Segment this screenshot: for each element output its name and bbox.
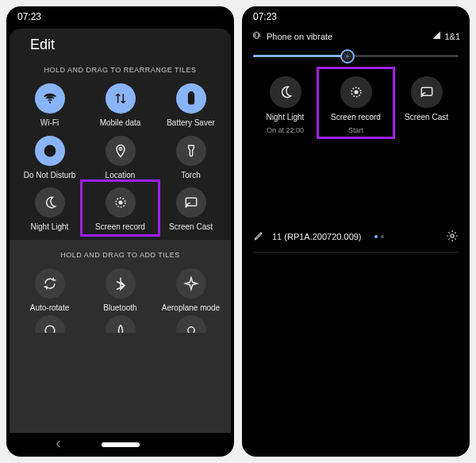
- vibrate-text: Phone on vibrate: [267, 32, 332, 41]
- status-bar: 07:23: [6, 6, 234, 25]
- tile-label: Mobile data: [100, 118, 141, 128]
- tile-torch[interactable]: Torch: [155, 136, 226, 180]
- page-dot: [374, 235, 378, 238]
- nav-home-pill[interactable]: [102, 442, 140, 447]
- status-time: 07:23: [17, 11, 41, 22]
- tiles-grid: Wi-Fi Mobile data Battery Saver: [10, 83, 231, 240]
- page-dot: [381, 235, 384, 238]
- signal-icon: [432, 31, 441, 41]
- hint-add: HOLD AND DRAG TO ADD TILES: [10, 243, 231, 268]
- tile-partial-2[interactable]: [85, 315, 155, 333]
- tile-airplane-mode[interactable]: Aeroplane mode: [155, 268, 226, 313]
- edit-title: Edit: [30, 37, 221, 53]
- svg-point-3: [48, 102, 50, 103]
- tile-mobile-data[interactable]: Mobile data: [85, 83, 155, 128]
- add-tiles-grid: Auto-rotate Bluetooth Aeroplane mode: [10, 268, 231, 316]
- tile-bluetooth[interactable]: Bluetooth: [85, 268, 155, 313]
- torch-icon: [176, 136, 206, 166]
- qs-label: Screen Cast: [405, 113, 448, 122]
- svg-point-17: [354, 91, 358, 95]
- brightness-slider[interactable]: [253, 55, 459, 57]
- qs-tile-screen-record[interactable]: Screen record Start: [321, 76, 391, 134]
- settings-gear-icon[interactable]: [446, 230, 459, 244]
- generic-icon: [35, 315, 65, 333]
- tile-label: Auto-rotate: [30, 303, 69, 313]
- hint-rearrange: HOLD AND DRAG TO REARRANGE TILES: [10, 58, 231, 83]
- svg-rect-5: [190, 92, 192, 94]
- nav-bar: [6, 433, 234, 457]
- qs-label: Night Light: [267, 113, 305, 122]
- moon-icon: [35, 187, 65, 218]
- tile-label: Screen record: [95, 222, 145, 232]
- qs-sub: Start: [348, 126, 363, 134]
- cast-icon: [176, 187, 206, 218]
- dnd-icon: [35, 136, 65, 166]
- add-tiles-partial-row: [10, 315, 231, 333]
- wifi-icon: [35, 83, 65, 114]
- qs-status-row: Phone on vibrate 1&1: [242, 30, 470, 42]
- brightness-fill: [253, 55, 347, 57]
- phone-right: 07:23 Phone on vibrate 1&1 Night Light: [242, 6, 470, 457]
- tile-dnd[interactable]: Do Not Disturb: [14, 136, 85, 180]
- tile-wifi[interactable]: Wi-Fi: [14, 83, 85, 128]
- svg-point-9: [118, 201, 122, 205]
- qs-tiles: Night Light On at 22:00 Screen record St…: [242, 57, 470, 142]
- status-bar: 07:23: [242, 6, 470, 25]
- edit-icon[interactable]: [253, 230, 264, 243]
- tile-label: Location: [106, 171, 136, 180]
- qs-sub: On at 22:00: [267, 126, 304, 134]
- brightness-thumb[interactable]: [340, 49, 355, 64]
- tile-label: Wi-Fi: [40, 118, 59, 128]
- divider: [253, 252, 459, 253]
- quick-settings-edit-panel: Edit HOLD AND DRAG TO REARRANGE TILES Wi…: [10, 29, 231, 433]
- moon-icon: [270, 76, 301, 108]
- rotate-icon: [35, 268, 65, 299]
- phone-left: 07:23 Edit HOLD AND DRAG TO REARRANGE TI…: [6, 6, 234, 457]
- bluetooth-icon: [106, 268, 136, 299]
- svg-point-19: [421, 96, 423, 98]
- tile-location[interactable]: Location: [85, 136, 155, 180]
- record-icon: [106, 187, 136, 218]
- add-tiles-section: HOLD AND DRAG TO ADD TILES Auto-rotate B…: [10, 240, 231, 434]
- svg-rect-14: [255, 33, 258, 39]
- build-row: 11 (RP1A.200720.009): [242, 230, 470, 244]
- qs-tile-screen-cast[interactable]: Screen Cast: [391, 76, 462, 134]
- tile-night-light[interactable]: Night Light: [14, 187, 85, 232]
- svg-point-13: [187, 327, 194, 333]
- build-text: 11 (RP1A.200720.009): [272, 232, 362, 241]
- carrier-label: 1&1: [444, 32, 460, 41]
- vibrate-icon: [251, 30, 262, 42]
- tile-label: Battery Saver: [167, 118, 215, 128]
- edit-header: Edit: [10, 29, 231, 58]
- page-indicator: [374, 235, 384, 238]
- status-time: 07:23: [253, 11, 277, 22]
- tile-label: Do Not Disturb: [24, 171, 76, 180]
- svg-point-11: [186, 206, 187, 208]
- generic-icon: [106, 315, 136, 333]
- swap-icon: [106, 83, 136, 114]
- tile-label: Screen Cast: [169, 222, 213, 232]
- svg-point-7: [119, 147, 121, 149]
- tile-label: Aeroplane mode: [162, 303, 220, 313]
- tile-label: Night Light: [31, 222, 69, 232]
- tile-partial-1[interactable]: [14, 315, 85, 333]
- record-icon: [340, 76, 372, 108]
- tile-partial-3[interactable]: [155, 315, 226, 333]
- svg-point-20: [451, 234, 454, 237]
- tile-screen-cast[interactable]: Screen Cast: [155, 187, 226, 232]
- airplane-icon: [176, 268, 206, 299]
- battery-icon: [176, 83, 206, 114]
- generic-icon: [176, 315, 206, 333]
- svg-point-12: [45, 326, 55, 333]
- qs-tile-night-light[interactable]: Night Light On at 22:00: [250, 76, 321, 134]
- cast-icon: [411, 76, 443, 108]
- tile-label: Bluetooth: [103, 303, 136, 313]
- tile-auto-rotate[interactable]: Auto-rotate: [14, 268, 85, 313]
- svg-point-15: [347, 55, 349, 57]
- tile-label: Torch: [181, 171, 200, 180]
- tile-battery-saver[interactable]: Battery Saver: [155, 83, 226, 128]
- nav-back-icon[interactable]: [54, 438, 63, 452]
- qs-label: Screen record: [331, 113, 381, 122]
- location-icon: [106, 136, 136, 166]
- tile-screen-record[interactable]: Screen record: [85, 187, 155, 232]
